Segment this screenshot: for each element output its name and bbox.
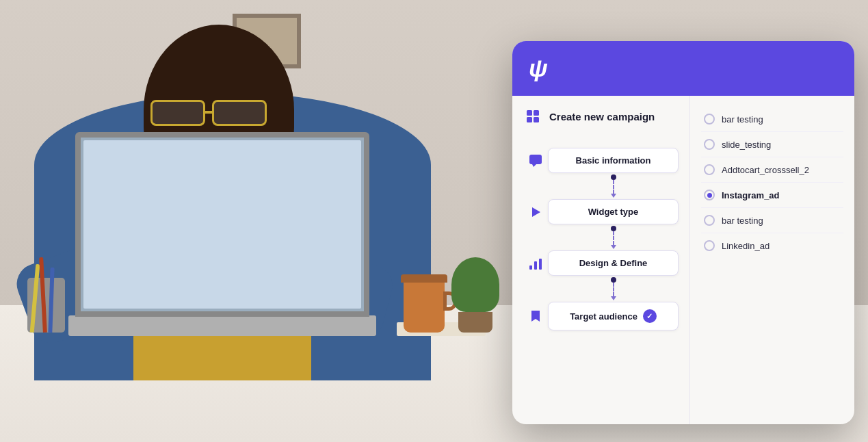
dot-2 <box>611 226 616 231</box>
list-item-3[interactable]: Addtocart_crosssell_2 <box>701 157 843 183</box>
svg-rect-3 <box>534 117 539 122</box>
logo-symbol: ψ <box>529 54 546 82</box>
list-item-5[interactable]: bar testing <box>701 208 843 233</box>
left-panel: Create new campaign Basic information <box>512 96 690 424</box>
connector-1-dashes <box>548 173 679 199</box>
dot-3 <box>611 277 616 283</box>
check-badge: ✓ <box>643 309 657 323</box>
glasses-bridge <box>204 111 213 114</box>
right-panel: bar testing slide_testing Addtocart_cros… <box>690 96 854 424</box>
list-item-1-label: bar testing <box>722 114 763 125</box>
step-4-box[interactable]: Target audience ✓ <box>548 302 679 330</box>
dashed-2 <box>613 231 614 245</box>
ui-card: ψ Create new campaign <box>512 41 854 424</box>
pencil-3 <box>48 268 54 333</box>
list-item-5-label: bar testing <box>722 216 763 226</box>
step-design-define-label: Design & Define <box>548 250 679 276</box>
radio-4-inner <box>707 193 712 198</box>
glasses-left <box>150 100 205 126</box>
connector-2-dashes <box>548 224 679 250</box>
radio-4[interactable] <box>704 190 715 200</box>
svg-rect-7 <box>539 259 542 270</box>
step-2-icon-col <box>523 205 548 220</box>
step-widget-type-label: Widget type <box>548 199 679 224</box>
step-1-icon-col <box>523 153 548 168</box>
radio-1[interactable] <box>704 114 715 125</box>
list-item-3-label: Addtocart_crosssell_2 <box>722 165 809 175</box>
step-2-box[interactable]: Widget type <box>548 199 679 224</box>
list-item-6-label: Linkedin_ad <box>722 241 770 251</box>
svg-rect-4 <box>529 155 542 164</box>
step-row-2[interactable]: Widget type <box>523 199 679 224</box>
connector-3-dashes <box>548 276 679 302</box>
arrow-2 <box>611 245 616 249</box>
campaign-icon <box>523 107 542 126</box>
logo: ψ <box>529 56 546 81</box>
coffee-cup <box>404 274 445 333</box>
dot-1 <box>611 174 616 180</box>
glasses-right <box>212 100 267 126</box>
list-item-2[interactable]: slide_testing <box>701 132 843 157</box>
step-basic-info-label: Basic information <box>548 148 679 173</box>
radio-5[interactable] <box>704 215 715 226</box>
cup-rim <box>401 274 447 283</box>
radio-2[interactable] <box>704 139 715 150</box>
campaign-header-row: Create new campaign <box>523 107 679 134</box>
svg-rect-6 <box>534 261 537 270</box>
svg-rect-1 <box>534 110 539 116</box>
svg-rect-0 <box>527 110 532 116</box>
pencil-holder <box>27 278 65 333</box>
list-item-4-label: Instagram_ad <box>722 190 780 200</box>
dashed-3 <box>613 283 614 296</box>
plant <box>451 257 499 333</box>
campaign-title: Create new campaign <box>549 111 655 122</box>
arrow-1 <box>611 194 616 198</box>
step-row-1[interactable]: Basic information <box>523 148 679 173</box>
list-item-6[interactable]: Linkedin_ad <box>701 233 843 258</box>
connector-1 <box>523 173 679 199</box>
step-row-3[interactable]: Design & Define <box>523 250 679 276</box>
connector-2-line <box>523 224 548 250</box>
arrow-3 <box>611 296 616 300</box>
connector-3-line <box>523 276 548 302</box>
step-target-audience: Target audience ✓ <box>548 302 679 330</box>
campaign-list: bar testing slide_testing Addtocart_cros… <box>701 107 843 258</box>
connector-1-line <box>523 173 548 199</box>
laptop-screen-inner <box>83 140 361 309</box>
step-1-box[interactable]: Basic information <box>548 148 679 173</box>
laptop-screen <box>75 132 369 317</box>
step-4-icon-col <box>523 309 548 324</box>
steps-area: Basic information <box>523 148 679 330</box>
radio-3[interactable] <box>704 164 715 175</box>
dashed-1 <box>613 180 614 194</box>
connector-2 <box>523 224 679 250</box>
svg-rect-2 <box>527 117 532 122</box>
step-3-box[interactable]: Design & Define <box>548 250 679 276</box>
plant-pot <box>458 312 492 333</box>
card-body: Create new campaign Basic information <box>512 96 854 424</box>
list-item-2-label: slide_testing <box>722 140 771 150</box>
list-item-1[interactable]: bar testing <box>701 107 843 132</box>
plant-leaves <box>451 257 499 312</box>
list-item-4[interactable]: Instagram_ad <box>701 183 843 208</box>
radio-6[interactable] <box>704 240 715 251</box>
connector-3 <box>523 276 679 302</box>
card-header: ψ <box>512 41 854 96</box>
laptop-base <box>68 315 376 336</box>
svg-rect-5 <box>529 265 532 270</box>
step-row-4[interactable]: Target audience ✓ <box>523 302 679 330</box>
step-3-icon-col <box>523 256 548 271</box>
step-target-audience-label: Target audience <box>570 311 637 322</box>
